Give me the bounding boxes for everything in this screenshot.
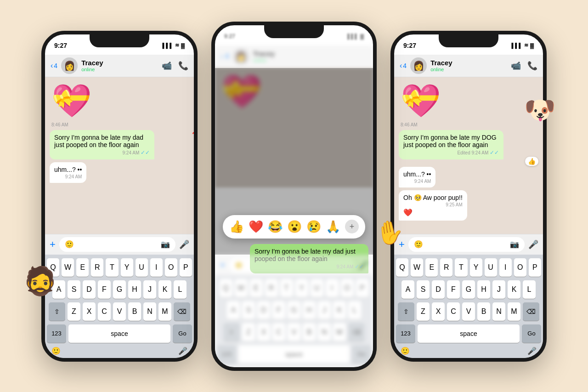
- mic-key-right[interactable]: 🎤: [527, 347, 537, 355]
- key-h-right[interactable]: H: [477, 280, 490, 299]
- key-e-right[interactable]: E: [425, 258, 438, 277]
- key-v-left[interactable]: V: [113, 302, 126, 321]
- emoji-pray[interactable]: 🙏: [326, 220, 340, 234]
- emoji-sad[interactable]: 😢: [306, 220, 321, 234]
- input-field-right[interactable]: 🙂 📷: [408, 237, 525, 252]
- key-t-left[interactable]: T: [106, 258, 118, 277]
- mic-btn-right[interactable]: 🎤: [528, 239, 538, 250]
- avatar-left[interactable]: 👩: [61, 57, 78, 74]
- status-time-right: 9:27: [403, 42, 416, 49]
- key-del-right[interactable]: ⌫: [523, 302, 539, 321]
- key-space-right[interactable]: space: [418, 324, 520, 343]
- key-y-left[interactable]: Y: [121, 258, 133, 277]
- key-y-right[interactable]: Y: [470, 258, 482, 277]
- msg-out-right[interactable]: Sorry I'm gonna be late my DOG just poop…: [399, 130, 503, 159]
- key-l-right[interactable]: L: [523, 280, 536, 299]
- key-c-left[interactable]: C: [98, 302, 111, 321]
- emoji-key-left[interactable]: 🙂: [51, 347, 61, 355]
- input-field-left[interactable]: 🙂 📷: [59, 237, 175, 252]
- key-b-left[interactable]: B: [128, 302, 141, 321]
- avatar-right[interactable]: 👩: [410, 57, 427, 74]
- key-z-right[interactable]: Z: [417, 302, 430, 321]
- video-icon-right[interactable]: 📹: [511, 61, 521, 71]
- key-m-left[interactable]: M: [158, 302, 171, 321]
- key-f-left[interactable]: F: [98, 280, 111, 299]
- key-go-left[interactable]: Go: [173, 324, 192, 343]
- mic-btn-left[interactable]: 🎤: [179, 239, 189, 250]
- camera-btn-right[interactable]: 📷: [510, 240, 519, 249]
- phone-icon-left[interactable]: 📞: [178, 61, 188, 71]
- sticker-btn-left[interactable]: 🙂: [65, 240, 74, 249]
- wa-header-middle: ‹ 4 👩 Tracey online: [215, 45, 373, 68]
- key-h-left[interactable]: H: [128, 280, 141, 299]
- key-go-right[interactable]: Go: [522, 324, 541, 343]
- msg-out-left[interactable]: Sorry I'm gonna be late my dad just poop…: [50, 130, 154, 159]
- key-g-left[interactable]: G: [113, 280, 126, 299]
- sticker-btn-right[interactable]: 🙂: [414, 240, 423, 249]
- key-n-left[interactable]: N: [143, 302, 156, 321]
- key-p-right[interactable]: P: [529, 258, 541, 277]
- key-f-right[interactable]: F: [447, 280, 460, 299]
- key-123-left[interactable]: 123: [47, 324, 66, 343]
- back-button-right[interactable]: ‹ 4: [400, 62, 407, 70]
- key-j-left[interactable]: J: [143, 280, 156, 299]
- key-w-left[interactable]: W: [62, 258, 74, 277]
- key-o-right[interactable]: O: [514, 258, 526, 277]
- key-q-right[interactable]: Q: [396, 258, 408, 277]
- key-shift-left[interactable]: ⇧: [49, 302, 65, 321]
- key-r-left[interactable]: R: [91, 258, 103, 277]
- key-s-left[interactable]: S: [68, 280, 80, 299]
- key-d-left[interactable]: D: [83, 280, 96, 299]
- key-123-right[interactable]: 123: [396, 324, 415, 343]
- key-a-right[interactable]: A: [401, 280, 414, 299]
- contact-name-left: Tracey: [81, 59, 158, 67]
- camera-btn-left[interactable]: 📷: [161, 240, 170, 249]
- phone-icon-right[interactable]: 📞: [527, 61, 537, 71]
- key-i-left[interactable]: I: [150, 258, 163, 277]
- emoji-key-right[interactable]: 🙂: [401, 347, 410, 355]
- mic-key-left[interactable]: 🎤: [178, 347, 187, 355]
- key-s-right[interactable]: S: [417, 280, 430, 299]
- battery-icon-left: ▓: [181, 43, 185, 48]
- key-m-right[interactable]: M: [508, 302, 520, 321]
- key-j-right[interactable]: J: [492, 280, 505, 299]
- key-v-right[interactable]: V: [462, 302, 475, 321]
- emoji-more-btn[interactable]: +: [345, 220, 359, 233]
- video-icon-left[interactable]: 📹: [162, 61, 172, 71]
- msg-out-text-left: Sorry I'm gonna be late my dad just poop…: [54, 134, 143, 148]
- key-d-right[interactable]: D: [432, 280, 445, 299]
- back-count-right: 4: [403, 62, 407, 69]
- emoji-wow[interactable]: 😮: [287, 220, 302, 234]
- key-o-left[interactable]: O: [165, 258, 177, 277]
- key-l-left[interactable]: L: [174, 280, 187, 299]
- emoji-heart[interactable]: ❤️: [249, 220, 263, 234]
- status-time-middle: 9:27: [224, 33, 235, 40]
- notch-right: [439, 34, 498, 47]
- key-u-left[interactable]: U: [136, 258, 148, 277]
- key-z-left[interactable]: Z: [68, 302, 80, 321]
- key-e-left[interactable]: E: [76, 258, 89, 277]
- key-b-right[interactable]: B: [477, 302, 490, 321]
- edited-msg-container: Sorry I'm gonna be late my DOG just poop…: [399, 130, 538, 159]
- key-i-right[interactable]: I: [499, 258, 512, 277]
- key-x-left[interactable]: X: [83, 302, 96, 321]
- key-p-left[interactable]: P: [180, 258, 192, 277]
- key-t-right[interactable]: T: [455, 258, 467, 277]
- key-g-right[interactable]: G: [462, 280, 475, 299]
- battery-icon-right: ▓: [530, 43, 534, 48]
- key-n-right[interactable]: N: [492, 302, 505, 321]
- back-button-left[interactable]: ‹ 4: [51, 62, 57, 70]
- key-shift-right[interactable]: ⇧: [398, 302, 414, 321]
- key-k-right[interactable]: K: [508, 280, 520, 299]
- key-space-left[interactable]: space: [68, 324, 170, 343]
- key-r-right[interactable]: R: [440, 258, 452, 277]
- emoji-laugh[interactable]: 😂: [268, 220, 283, 234]
- key-u-right[interactable]: U: [485, 258, 497, 277]
- key-w-right[interactable]: W: [411, 258, 423, 277]
- emoji-thumbsup[interactable]: 👍: [229, 220, 244, 234]
- key-del-left[interactable]: ⌫: [174, 302, 190, 321]
- key-x-right[interactable]: X: [432, 302, 445, 321]
- key-k-left[interactable]: K: [158, 280, 171, 299]
- plus-icon-left[interactable]: +: [50, 239, 56, 250]
- key-c-right[interactable]: C: [447, 302, 460, 321]
